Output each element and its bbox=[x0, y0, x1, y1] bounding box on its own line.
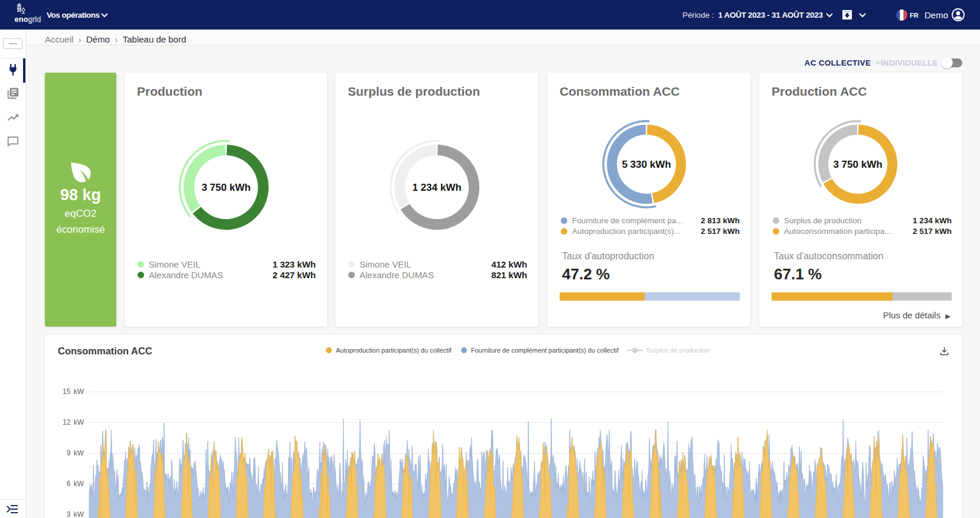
svg-text:3 750 kWh: 3 750 kWh bbox=[833, 159, 882, 170]
svg-text:9 kW: 9 kW bbox=[67, 449, 84, 457]
svg-text:12 kW: 12 kW bbox=[63, 418, 84, 426]
svg-text:5 330 kWh: 5 330 kWh bbox=[622, 159, 671, 170]
svg-text:6 kW: 6 kW bbox=[67, 480, 84, 488]
svg-text:1 234 kWh: 1 234 kWh bbox=[412, 182, 461, 193]
svg-text:15 kW: 15 kW bbox=[63, 387, 84, 396]
svg-text:3 750 kWh: 3 750 kWh bbox=[201, 182, 250, 193]
svg-text:3 kW: 3 kW bbox=[67, 510, 84, 518]
